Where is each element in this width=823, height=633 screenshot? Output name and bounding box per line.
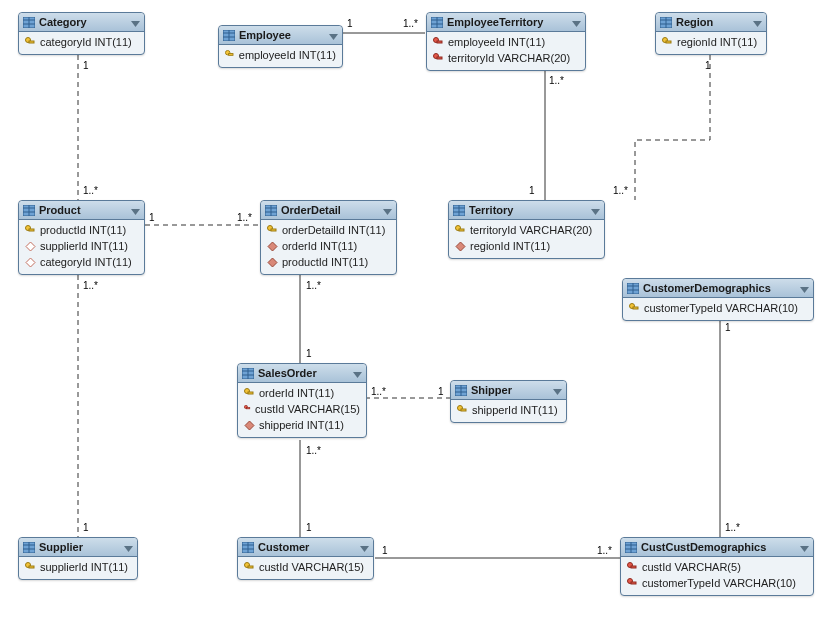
card-label: 1..* (306, 445, 321, 456)
nullable-fk-icon (25, 257, 36, 268)
card-label: 1 (382, 545, 388, 556)
column-row: categoryId INT(11) (19, 254, 144, 270)
entity-product: Product productId INT(11) supplierId INT… (18, 200, 145, 275)
chevron-down-icon (131, 18, 140, 27)
column-row: employeeId INT(11) (427, 34, 585, 50)
card-label: 1..* (549, 75, 564, 86)
table-icon (625, 542, 637, 553)
entity-header: SalesOrder (238, 364, 366, 383)
column-row: regionId INT(11) (449, 238, 604, 254)
svg-rect-72 (633, 307, 638, 309)
svg-rect-39 (666, 41, 671, 43)
entity-header: Territory (449, 201, 604, 220)
svg-marker-47 (26, 242, 35, 251)
card-label: 1..* (237, 212, 252, 223)
entity-supplier: Supplier supplierId INT(11) (18, 537, 138, 580)
chevron-down-icon (800, 284, 809, 293)
svg-marker-65 (456, 242, 465, 251)
svg-rect-16 (29, 41, 34, 43)
column-text: custId VARCHAR(5) (642, 561, 741, 573)
entity-title: EmployeeTerritory (447, 16, 543, 28)
chevron-down-icon (800, 543, 809, 552)
column-text: categoryId INT(11) (40, 36, 132, 48)
entity-shipper: Shipper shipperId INT(11) (450, 380, 567, 423)
table-icon (23, 205, 35, 216)
primary-key-icon (25, 562, 36, 573)
svg-rect-30 (437, 41, 442, 43)
column-text: customerTypeId VARCHAR(10) (644, 302, 798, 314)
chevron-down-icon (753, 18, 762, 27)
entity-header: Supplier (19, 538, 137, 557)
primary-key-icon (455, 225, 466, 236)
card-label: 1 (725, 322, 731, 333)
entity-header: Product (19, 201, 144, 220)
entity-columns: categoryId INT(11) (19, 32, 144, 54)
column-text: productId INT(11) (40, 224, 126, 236)
chevron-down-icon (383, 206, 392, 215)
card-label: 1..* (613, 185, 628, 196)
fk-diamond-icon (244, 420, 255, 431)
svg-marker-56 (268, 242, 277, 251)
column-text: supplierId INT(11) (40, 561, 128, 573)
svg-rect-110 (631, 566, 636, 568)
column-text: territoryId VARCHAR(20) (448, 52, 570, 64)
foreign-key-icon (627, 562, 638, 573)
table-icon (453, 205, 465, 216)
card-label: 1 (149, 212, 155, 223)
chevron-down-icon (360, 543, 369, 552)
svg-rect-55 (271, 229, 276, 231)
entity-customer-demographics: CustomerDemographics customerTypeId VARC… (622, 278, 814, 321)
card-label: 1 (529, 185, 535, 196)
column-row: employeeId INT(11) (219, 47, 342, 63)
column-text: shipperid INT(11) (259, 419, 344, 431)
card-label: 1 (306, 348, 312, 359)
svg-marker-28 (572, 21, 581, 27)
table-icon (265, 205, 277, 216)
foreign-key-icon (433, 53, 444, 64)
svg-marker-37 (753, 21, 762, 27)
entity-header: Shipper (451, 381, 566, 400)
svg-marker-48 (26, 258, 35, 267)
column-row: productId INT(11) (19, 222, 144, 238)
entity-header: OrderDetail (261, 201, 396, 220)
column-text: orderId INT(11) (259, 387, 334, 399)
column-row: shipperId INT(11) (451, 402, 566, 418)
svg-marker-57 (268, 258, 277, 267)
fk-diamond-icon (455, 241, 466, 252)
table-icon (23, 17, 35, 28)
column-row: orderId INT(11) (238, 385, 366, 401)
svg-marker-62 (591, 209, 600, 215)
entity-title: Territory (469, 204, 513, 216)
table-icon (660, 17, 672, 28)
entity-header: Category (19, 13, 144, 32)
svg-marker-101 (360, 546, 369, 552)
svg-rect-46 (29, 229, 34, 231)
table-icon (242, 542, 254, 553)
fk-diamond-icon (267, 257, 278, 268)
column-text: productId INT(11) (282, 256, 368, 268)
column-row: territoryId VARCHAR(20) (427, 50, 585, 66)
card-label: 1..* (371, 386, 386, 397)
column-text: regionId INT(11) (677, 36, 757, 48)
entity-category: Category categoryId INT(11) (18, 12, 145, 55)
entity-header: CustomerDemographics (623, 279, 813, 298)
entity-cust-cust-demographics: CustCustDemographics custId VARCHAR(5) c… (620, 537, 814, 596)
svg-rect-81 (247, 408, 250, 409)
card-label: 1 (83, 522, 89, 533)
svg-rect-23 (229, 54, 233, 56)
svg-rect-112 (631, 582, 636, 584)
entity-title: Shipper (471, 384, 512, 396)
column-row: productId INT(11) (261, 254, 396, 270)
primary-key-icon (25, 225, 36, 236)
entity-title: CustCustDemographics (641, 541, 766, 553)
chevron-down-icon (124, 543, 133, 552)
card-label: 1..* (725, 522, 740, 533)
column-text: territoryId VARCHAR(20) (470, 224, 592, 236)
foreign-key-icon (627, 578, 638, 589)
card-label: 1 (306, 522, 312, 533)
column-row: orderId INT(11) (261, 238, 396, 254)
nullable-fk-icon (25, 241, 36, 252)
entity-territory: Territory territoryId VARCHAR(20) region… (448, 200, 605, 259)
column-row: territoryId VARCHAR(20) (449, 222, 604, 238)
foreign-key-icon (244, 404, 251, 415)
